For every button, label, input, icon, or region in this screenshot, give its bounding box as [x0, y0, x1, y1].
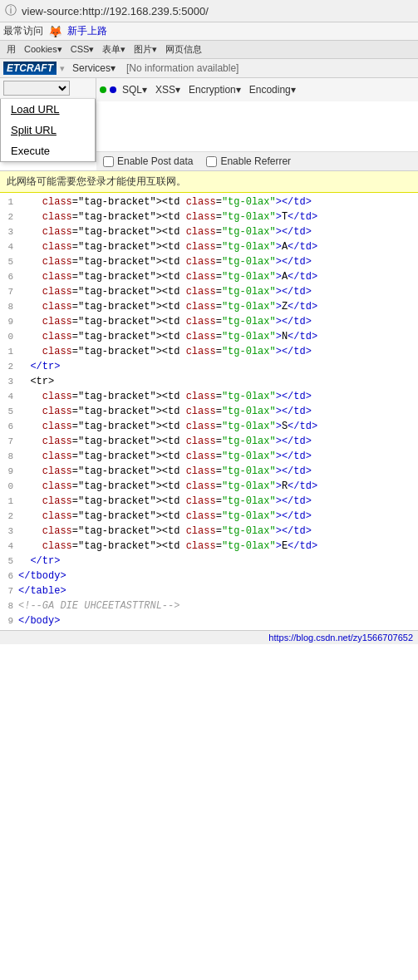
- line-content: class="tag-bracket"><td class="tg-0lax">…: [18, 344, 418, 359]
- info-icon: ⓘ: [5, 3, 17, 18]
- line-number: 7: [0, 434, 18, 449]
- url-display: view-source:http://192.168.239.5:5000/: [22, 5, 209, 17]
- code-line: 5 </tr>: [0, 554, 418, 569]
- line-number: 7: [0, 584, 18, 598]
- code-line: 3 class="tag-bracket"><td class="tg-0lax…: [0, 224, 418, 239]
- line-content: class="tag-bracket"><td class="tg-0lax">…: [18, 449, 418, 464]
- line-content: class="tag-bracket"><td class="tg-0lax">…: [18, 284, 418, 299]
- new-user-link[interactable]: 新手上路: [67, 24, 107, 38]
- line-number: 8: [0, 598, 18, 613]
- line-content: class="tag-bracket"><td class="tg-0lax">…: [18, 494, 418, 509]
- blue-dot: [110, 86, 116, 93]
- code-line: 1 class="tag-bracket"><td class="tg-0lax…: [0, 494, 418, 509]
- line-content: class="tag-bracket"><td class="tg-0lax">…: [18, 404, 418, 419]
- status-bar: https://blog.csdn.net/zy1566707652: [0, 630, 418, 644]
- line-number: 2: [0, 359, 18, 374]
- code-line: 8 class="tag-bracket"><td class="tg-0lax…: [0, 449, 418, 464]
- toolbar2: ETCRAFT ▾ Services▾ [No information avai…: [0, 59, 418, 78]
- line-content: <tr>: [18, 374, 418, 389]
- code-line: 2 </tr>: [0, 359, 418, 374]
- code-line: 0 class="tag-bracket"><td class="tg-0lax…: [0, 329, 418, 344]
- line-number: 1: [0, 494, 18, 509]
- line-content: class="tag-bracket"><td class="tg-0lax">…: [18, 224, 418, 239]
- code-line: 1 class="tag-bracket"><td class="tg-0lax…: [0, 195, 418, 209]
- xss-btn[interactable]: XSS▾: [153, 83, 183, 96]
- url-select[interactable]: [3, 81, 70, 96]
- line-content: </tr>: [18, 359, 418, 374]
- line-number: 9: [0, 314, 18, 329]
- line-content: class="tag-bracket"><td class="tg-0lax">…: [18, 419, 418, 434]
- execute-item[interactable]: Execute: [1, 140, 95, 161]
- green-dot: [100, 86, 106, 93]
- toolbar-images-btn[interactable]: 图片▾: [130, 42, 160, 57]
- dropdown-container: Load URL Split URL Execute: [0, 78, 96, 162]
- no-info-label: [No information available]: [123, 62, 242, 75]
- line-content: class="tag-bracket"><td class="tg-0lax">…: [18, 524, 418, 539]
- toolbar-cookies-btn[interactable]: Cookies▾: [21, 43, 66, 56]
- line-number: 8: [0, 299, 18, 314]
- line-content: class="tag-bracket"><td class="tg-0lax">…: [18, 329, 418, 344]
- line-content: </tr>: [18, 554, 418, 569]
- line-content: class="tag-bracket"><td class="tg-0lax">…: [18, 479, 418, 494]
- code-line: 3 <tr>: [0, 374, 418, 389]
- etcraft-logo: ETCRAFT: [3, 62, 57, 75]
- line-content: class="tag-bracket"><td class="tg-0lax">…: [18, 389, 418, 404]
- encoding-btn[interactable]: Encoding▾: [247, 83, 298, 96]
- toolbar-use-btn[interactable]: 用: [3, 42, 19, 57]
- toolbar-pageinfo-btn[interactable]: 网页信息: [162, 42, 205, 57]
- line-number: 7: [0, 284, 18, 299]
- dropdown-menu: Load URL Split URL Execute: [0, 99, 96, 162]
- enable-post-data-label[interactable]: Enable Post data: [103, 155, 193, 167]
- services-btn[interactable]: Services▾: [68, 61, 120, 76]
- toolbar-css-btn[interactable]: CSS▾: [67, 43, 98, 56]
- network-warning-text: 此网络可能需要您登录才能使用互联网。: [7, 175, 186, 187]
- line-content: class="tag-bracket"><td class="tg-0lax">…: [18, 195, 418, 209]
- code-line: 9 class="tag-bracket"><td class="tg-0lax…: [0, 314, 418, 329]
- enable-post-data-text: Enable Post data: [117, 155, 193, 167]
- enable-post-data-checkbox[interactable]: [103, 156, 114, 167]
- code-line: 4 class="tag-bracket"><td class="tg-0lax…: [0, 239, 418, 254]
- toolbar-dropdown-area: Load URL Split URL Execute SQL▾ XSS▾ Enc…: [0, 78, 418, 171]
- toolbar2-separator: ▾: [60, 63, 65, 74]
- load-url-label: Load URL: [11, 103, 60, 116]
- code-line: 9 class="tag-bracket"><td class="tg-0lax…: [0, 464, 418, 479]
- line-content: </body>: [18, 613, 418, 628]
- line-number: 4: [0, 539, 18, 554]
- split-url-label: Split URL: [11, 124, 57, 136]
- line-content: <!--GA DIE UHCEETASTTRNL-->: [18, 598, 418, 613]
- line-content: </table>: [18, 584, 418, 598]
- line-number: 4: [0, 239, 18, 254]
- line-number: 2: [0, 509, 18, 524]
- line-number: 3: [0, 524, 18, 539]
- load-url-item[interactable]: Load URL: [1, 99, 95, 120]
- code-line: 5 class="tag-bracket"><td class="tg-0lax…: [0, 254, 418, 269]
- bookmarks-label: 最常访问: [3, 24, 43, 38]
- line-content: class="tag-bracket"><td class="tg-0lax">…: [18, 314, 418, 329]
- enable-referrer-label[interactable]: Enable Referrer: [206, 155, 291, 167]
- enable-referrer-checkbox[interactable]: [206, 156, 217, 167]
- line-content: class="tag-bracket"><td class="tg-0lax">…: [18, 509, 418, 524]
- toolbar1: 用 Cookies▾ CSS▾ 表单▾ 图片▾ 网页信息: [0, 41, 418, 59]
- code-line: 2 class="tag-bracket"><td class="tg-0lax…: [0, 509, 418, 524]
- code-line: 2 class="tag-bracket"><td class="tg-0lax…: [0, 209, 418, 224]
- network-warning: 此网络可能需要您登录才能使用互联网。: [0, 171, 418, 193]
- toolbar-forms-btn[interactable]: 表单▾: [99, 42, 129, 57]
- line-content: class="tag-bracket"><td class="tg-0lax">…: [18, 299, 418, 314]
- code-line: 5 class="tag-bracket"><td class="tg-0lax…: [0, 404, 418, 419]
- line-number: 5: [0, 404, 18, 419]
- line-number: 6: [0, 269, 18, 284]
- line-content: class="tag-bracket"><td class="tg-0lax">…: [18, 434, 418, 449]
- firefox-icon: 🦊: [48, 25, 62, 38]
- code-line: 8<!--GA DIE UHCEETASTTRNL-->: [0, 598, 418, 613]
- source-code-area: 1 class="tag-bracket"><td class="tg-0lax…: [0, 193, 418, 630]
- encryption-btn[interactable]: Encryption▾: [186, 83, 243, 96]
- code-line: 8 class="tag-bracket"><td class="tg-0lax…: [0, 299, 418, 314]
- line-number: 8: [0, 449, 18, 464]
- sql-btn[interactable]: SQL▾: [120, 83, 150, 96]
- line-number: 6: [0, 569, 18, 584]
- line-number: 4: [0, 389, 18, 404]
- line-number: 0: [0, 329, 18, 344]
- options-row: Enable Post data Enable Referrer: [96, 151, 418, 170]
- split-url-item[interactable]: Split URL: [1, 120, 95, 140]
- line-content: class="tag-bracket"><td class="tg-0lax">…: [18, 539, 418, 554]
